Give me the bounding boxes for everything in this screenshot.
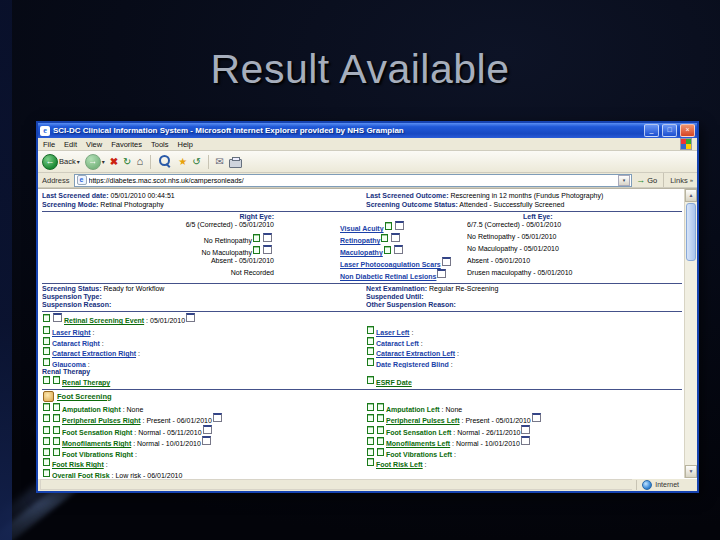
value-screening-mode: Retinal Photography bbox=[100, 201, 163, 208]
browser-window: e SCI-DC Clinical Information System - M… bbox=[36, 121, 699, 493]
link-monofilaments-left[interactable]: Monofilaments Left bbox=[386, 440, 450, 447]
back-button[interactable]: ← Back ▾ bbox=[42, 154, 80, 170]
menu-item-favorites[interactable]: Favorites bbox=[111, 140, 142, 149]
link-foot-sensation-left[interactable]: Foot Sensation Left bbox=[386, 429, 451, 436]
field-retinal-screening-event: Retinal Screening Event : 05/01/2010 bbox=[42, 317, 197, 324]
title-bar[interactable]: e SCI-DC Clinical Information System - M… bbox=[38, 123, 697, 138]
maximize-button[interactable]: □ bbox=[662, 124, 677, 137]
left-cell: Overall Foot Risk : Low risk - 06/01/201… bbox=[42, 469, 366, 479]
field-separator: : bbox=[409, 329, 413, 336]
value-last-screened-date: 05/01/2010 00:44:51 bbox=[110, 192, 174, 199]
field-foot-sensation-right: Foot Sensation Right : Normal - 05/11/20… bbox=[42, 429, 214, 436]
link-amputation-left[interactable]: Amputation Left bbox=[386, 406, 440, 413]
scrollbar-track[interactable] bbox=[685, 262, 697, 465]
field-separator: : bbox=[91, 329, 95, 336]
link-cataract-extraction-left[interactable]: Cataract Extraction Left bbox=[376, 350, 455, 357]
go-button[interactable]: → Go bbox=[636, 175, 657, 185]
foot-icon bbox=[43, 391, 54, 402]
doc-icon bbox=[377, 448, 384, 456]
link-cataract-right[interactable]: Cataract Right bbox=[52, 340, 100, 347]
right-eye-value-cell: 6/5 (Corrected) - 05/01/2010 bbox=[42, 221, 282, 233]
right-cell: ESRF Date bbox=[366, 376, 682, 387]
search-button[interactable] bbox=[158, 154, 173, 169]
link-visual-acuity[interactable]: Visual Acuity bbox=[340, 225, 384, 232]
scrollbar-up-button[interactable]: ▲ bbox=[685, 189, 697, 202]
toolbar-separator bbox=[150, 155, 151, 169]
link-foot-vibrations-left[interactable]: Foot Vibrations Left bbox=[386, 451, 452, 458]
measure-label-cell: Visual Acuity bbox=[282, 221, 467, 233]
menu-item-help[interactable]: Help bbox=[178, 140, 193, 149]
menu-item-view[interactable]: View bbox=[86, 140, 102, 149]
link-maculopathy[interactable]: Maculopathy bbox=[340, 249, 383, 256]
label-no-retinopathy: No Retinopathy bbox=[204, 237, 252, 244]
screening-summary-section: Last Screened date: 05/01/2010 00:44:51L… bbox=[42, 191, 682, 209]
address-input[interactable]: e https://diabetes.mac.scot.nhs.uk/campe… bbox=[74, 174, 633, 187]
link-esrf-date[interactable]: ESRF Date bbox=[376, 379, 412, 386]
menu-item-file[interactable]: File bbox=[43, 140, 55, 149]
link-foot-sensation-right[interactable]: Foot Sensation Right bbox=[62, 429, 132, 436]
screening-status-section: Screening Status: Ready for WorkflowNext… bbox=[42, 285, 682, 309]
label-last-screened-outcome: Last Screened Outcome: bbox=[366, 192, 448, 199]
mail-button[interactable]: ✉ bbox=[216, 157, 224, 167]
toolbar: ← Back ▾ → ▾ ✖ ↻ ⌂ ★ ↺ ✉ bbox=[38, 151, 697, 173]
link-foot-vibrations-right[interactable]: Foot Vibrations Right bbox=[62, 451, 133, 458]
link-amputation-right[interactable]: Amputation Right bbox=[62, 406, 121, 413]
field-cataract-left: Cataract Left : bbox=[366, 340, 423, 347]
link-laser-right[interactable]: Laser Right bbox=[52, 329, 91, 336]
menu-item-tools[interactable]: Tools bbox=[151, 140, 169, 149]
scrollbar-thumb[interactable] bbox=[686, 203, 696, 261]
right-cell: Suspended Until: bbox=[366, 293, 682, 301]
menu-item-edit[interactable]: Edit bbox=[64, 140, 77, 149]
left-cell: Cataract Extraction Right : bbox=[42, 347, 366, 358]
forward-button[interactable]: → ▾ bbox=[85, 154, 105, 170]
renal-therapy-section: Renal TherapyESRF Date bbox=[42, 376, 682, 387]
doc-icon bbox=[367, 437, 374, 445]
link-cataract-left[interactable]: Cataract Left bbox=[376, 340, 419, 347]
history-button[interactable]: ↺ bbox=[192, 157, 200, 167]
close-button[interactable]: × bbox=[680, 124, 695, 137]
left-cell: Screening Mode: Retinal Photography bbox=[42, 200, 366, 209]
left-cell: Suspension Reason: bbox=[42, 301, 366, 309]
refresh-button[interactable]: ↻ bbox=[123, 157, 131, 167]
eye-grid-row: No MaculopathyMaculopathyNo Maculopathy … bbox=[42, 245, 682, 257]
print-button[interactable] bbox=[229, 156, 242, 168]
doc-icon bbox=[377, 426, 384, 434]
field-amputation-left: Amputation Left : None bbox=[366, 406, 462, 413]
link-laser-photocoagulation-scars[interactable]: Laser Photocoagulation Scars bbox=[340, 261, 441, 268]
link-cataract-extraction-right[interactable]: Cataract Extraction Right bbox=[52, 350, 136, 357]
refresh-icon: ↻ bbox=[123, 157, 131, 167]
links-label[interactable]: Links » bbox=[670, 176, 693, 185]
link-monofilaments-right[interactable]: Monofilaments Right bbox=[62, 440, 131, 447]
link-foot-risk-right[interactable]: Foot Risk Right bbox=[52, 461, 104, 468]
go-label: Go bbox=[647, 176, 657, 185]
scrollbar-down-button[interactable]: ▼ bbox=[685, 465, 697, 478]
vertical-scrollbar[interactable]: ▲ ▼ bbox=[684, 189, 697, 478]
link-non-diabetic-retinal-lesions[interactable]: Non Diabetic Retinal Lesions bbox=[340, 273, 436, 280]
address-dropdown-icon[interactable]: ▾ bbox=[618, 175, 630, 186]
form-row: Suspension Reason:Other Suspension Reaso… bbox=[42, 301, 682, 309]
link-laser-left[interactable]: Laser Left bbox=[376, 329, 409, 336]
eye-grid-row: No RetinopathyRetinopathyNo Retinopathy … bbox=[42, 233, 682, 245]
left-eye-value-cell: No Retinopathy - 05/01/2010 bbox=[467, 233, 682, 245]
link-foot-risk-left[interactable]: Foot Risk Left bbox=[376, 461, 423, 468]
link-peripheral-pulses-left[interactable]: Peripheral Pulses Left bbox=[386, 417, 460, 424]
link-renal-therapy[interactable]: Renal Therapy bbox=[62, 379, 110, 386]
form-row: Foot Sensation Right : Normal - 05/11/20… bbox=[42, 425, 682, 437]
left-cell: Renal Therapy bbox=[42, 376, 366, 387]
doc-icon bbox=[43, 358, 50, 366]
stop-button[interactable]: ✖ bbox=[110, 157, 118, 167]
link-retinopathy[interactable]: Retinopathy bbox=[340, 237, 380, 244]
minimize-button[interactable]: _ bbox=[644, 124, 659, 137]
favorites-button[interactable]: ★ bbox=[178, 157, 187, 167]
cal-icon bbox=[521, 436, 530, 445]
home-button[interactable]: ⌂ bbox=[137, 156, 144, 167]
doc-icon bbox=[253, 246, 260, 254]
link-glaucoma[interactable]: Glaucoma bbox=[52, 361, 86, 368]
link-retinal-screening-event[interactable]: Retinal Screening Event bbox=[64, 317, 144, 324]
link-peripheral-pulses-right[interactable]: Peripheral Pulses Right bbox=[62, 417, 141, 424]
foot-screening-link[interactable]: Foot Screening bbox=[57, 391, 112, 402]
doc-icon bbox=[43, 458, 50, 466]
link-date-registered-blind[interactable]: Date Registered Blind bbox=[376, 361, 449, 368]
field-maculopathy: Maculopathy bbox=[340, 249, 405, 256]
label-suspension-type: Suspension Type: bbox=[42, 293, 102, 300]
